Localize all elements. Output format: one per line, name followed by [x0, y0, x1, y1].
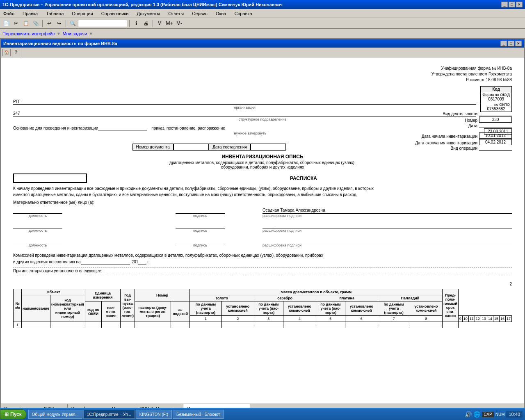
sig3-block-3: расшифровка подписи: [262, 237, 512, 247]
org-value: РГГ: [13, 99, 476, 105]
document-window: Инвентаризационная ведомость по форме ИН…: [0, 39, 525, 413]
sig-label-1c: расшифровка подписи: [262, 213, 512, 218]
maximize-button[interactable]: □: [509, 2, 515, 7]
main-sub1: драгоценных металлов, содержащихся в дет…: [13, 160, 512, 165]
cell-plat-comm: [345, 322, 378, 328]
doc-minimize-btn[interactable]: _: [500, 41, 507, 46]
doc-title-buttons: _ □ ✕: [500, 41, 522, 46]
close-button[interactable]: ✕: [516, 2, 523, 7]
toolbar-btn-6[interactable]: ↪: [55, 19, 64, 28]
taskbar-item-2[interactable]: 1С:Предприятие – Уп...: [83, 410, 135, 419]
doc-number-value: [173, 144, 209, 151]
cell-silver-acc: [254, 322, 283, 328]
inv-start-label: Дата начала инвентаризации: [405, 134, 479, 139]
date-label: Дата: [405, 123, 479, 128]
toolbar-search-input[interactable]: [78, 20, 127, 27]
toolbar-btn-8[interactable]: ℹ: [132, 19, 141, 28]
col-year-header: Год вы-пуска (изго-тов-ления): [121, 289, 135, 322]
nav-tasks[interactable]: Мои задачи: [62, 31, 87, 36]
col-pred-header: Пред-пола-гаемый срок спи-сания: [443, 289, 459, 322]
sig3-block-2: подпись: [138, 237, 262, 247]
sig-row-3: должность подпись расшифровка подписи: [13, 237, 512, 247]
toolbar-btn-9[interactable]: 🖨: [142, 19, 151, 28]
menu-documents[interactable]: Документы: [135, 10, 162, 17]
text-line1: К началу проведения инвентаризации все р…: [13, 185, 512, 192]
inventory-table: №п/п Объект Единицаизмерения Год вы-пуск…: [13, 289, 512, 328]
toolbar-btn-10[interactable]: M: [155, 19, 164, 28]
col-pall-acc-header: по данным учета (паспорта): [378, 301, 410, 316]
toolbar-btn-12[interactable]: M-: [175, 19, 184, 28]
toolbar-btn-4[interactable]: 📎: [31, 19, 40, 28]
num-indicator: NUM: [495, 412, 505, 417]
sig-block-3: Осадчая Тамара Александровна расшифровка…: [262, 208, 512, 218]
col-num-10: 10: [462, 316, 468, 322]
date-spacer: [479, 123, 512, 128]
toolbar-sep-2: [66, 20, 66, 27]
menu-references[interactable]: Справочники: [100, 10, 130, 17]
toolbar-btn-2[interactable]: ✂: [11, 19, 21, 28]
cell-pall-comm: [410, 322, 443, 328]
number-label: Номер: [405, 118, 479, 123]
col-num-5: 5: [316, 316, 345, 322]
toolbar-btn-11[interactable]: M+: [165, 19, 174, 28]
taskbar-item-1[interactable]: Общий модуль Управл...: [28, 410, 82, 419]
doc-btn-help[interactable]: ?: [12, 49, 20, 56]
taskbar-right: 🔊 🌐 CAP NUM 10:40: [462, 411, 525, 418]
cell-unit-name: [102, 322, 121, 328]
col-platinum-header: платина: [316, 295, 378, 301]
cell-code: [50, 322, 85, 328]
mol-label: Материально ответственное (ые) лицо (а):: [13, 200, 512, 205]
toolbar-btn-7[interactable]: 🔍: [68, 19, 77, 28]
col-num-13: 13: [481, 316, 487, 322]
menu-reports[interactable]: Отчеты: [167, 10, 185, 17]
sig-row-2: должность подпись расшифровка подписи: [13, 223, 512, 233]
doc-date-label: Дата составления: [209, 144, 251, 151]
menu-edit[interactable]: Правка: [21, 10, 39, 17]
toolbar-btn-1[interactable]: 📄: [2, 19, 11, 28]
sig2-block-2: подпись: [138, 223, 262, 233]
col-palladium-header: Палладий: [378, 295, 443, 301]
minimize-button[interactable]: _: [501, 2, 508, 7]
cell-gold-acc: [190, 322, 222, 328]
menu-help[interactable]: Справка: [233, 10, 253, 17]
doc-close-btn[interactable]: ✕: [515, 41, 522, 46]
inv-start-value: 10.01.2012: [479, 132, 512, 139]
doc-content-area[interactable]: Унифицированная форма № ИНВ-8а Утвержден…: [1, 57, 524, 404]
sig-block-1: должность: [13, 208, 138, 218]
menu-operations[interactable]: Операции: [70, 10, 94, 17]
menu-table[interactable]: Таблица: [44, 10, 65, 17]
cap-indicator: CAP: [482, 412, 494, 417]
toolbar-btn-3[interactable]: 📋: [21, 19, 30, 28]
cell-plat-acc: [316, 322, 345, 328]
cell-name: [22, 322, 50, 328]
menu-windows[interactable]: Окна: [214, 10, 228, 17]
col-pall-comm-header: установлено комис-сией: [410, 301, 443, 316]
cell-row-num: 1: [14, 322, 22, 328]
receipt-box: [13, 173, 87, 183]
doc-date-value: [251, 144, 286, 151]
col-num-2: 2: [222, 316, 254, 322]
toolbar-btn-5[interactable]: ↩: [45, 19, 54, 28]
sig2-block-3: расшифровка подписи: [262, 223, 512, 233]
taskbar-item-3[interactable]: KINGSTON (F:): [136, 410, 172, 419]
taskbar-item-4[interactable]: Безымянный - Блокнот: [173, 410, 224, 419]
menu-file[interactable]: Файл: [2, 10, 16, 17]
start-button[interactable]: ⊞ Пуск: [0, 409, 26, 419]
col-unit-code-header: код по ОКЕИ: [85, 301, 101, 322]
col-num-6: 6: [345, 316, 378, 322]
menu-service[interactable]: Сервис: [190, 10, 209, 17]
doc-restore-btn[interactable]: □: [508, 41, 514, 46]
start-icon: ⊞: [5, 411, 9, 417]
nav-sep: ▼: [57, 31, 61, 36]
main-title-bar: 1С:Предприятие – Управление проектной ор…: [0, 0, 525, 9]
col-unit-name-header: наи-мено-вание: [102, 301, 121, 322]
nav-interface[interactable]: Переключить интерфейс: [2, 31, 55, 36]
main-sub2: оборудовании, приборах и других изделиях: [13, 165, 512, 169]
operation-field: Вид операции: [405, 146, 512, 151]
basis-line: [98, 125, 147, 130]
sig2-label-2: подпись: [176, 228, 225, 233]
toolbar-sep-1: [42, 20, 43, 27]
doc-btn-home[interactable]: 🏠: [2, 49, 11, 56]
commission-text: Комиссией проведена инвентаризация драго…: [13, 252, 512, 265]
person-name: Осадчая Тамара Александровна: [262, 208, 512, 213]
